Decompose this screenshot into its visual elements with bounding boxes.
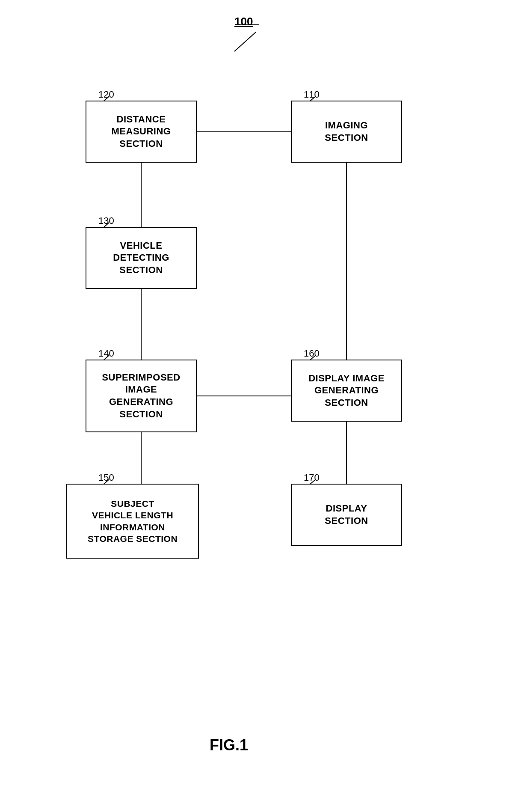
ref-140: 140: [98, 348, 114, 359]
block-140: SUPERIMPOSED IMAGE GENERATING SECTION: [86, 360, 197, 432]
block-150-label: SUBJECT VEHICLE LENGTH INFORMATION STORA…: [88, 498, 178, 544]
ref-120: 120: [98, 89, 114, 100]
ref-100: 100: [234, 15, 253, 28]
block-130-label: VEHICLE DETECTING SECTION: [113, 240, 169, 277]
block-110-label: IMAGING SECTION: [325, 119, 368, 144]
block-160: DISPLAY IMAGE GENERATING SECTION: [291, 360, 402, 422]
fig-label: FIG.1: [210, 736, 248, 754]
ref-110: 110: [304, 89, 320, 100]
block-140-label: SUPERIMPOSED IMAGE GENERATING SECTION: [102, 372, 180, 420]
diagram-container: 100 IMAGING SECTION 110 DISTANCE MEASURI…: [0, 0, 524, 812]
ref-150: 150: [98, 472, 114, 483]
block-150: SUBJECT VEHICLE LENGTH INFORMATION STORA…: [66, 484, 199, 559]
block-170-label: DISPLAY SECTION: [325, 503, 368, 527]
connector-lines: [0, 0, 524, 812]
block-160-label: DISPLAY IMAGE GENERATING SECTION: [308, 372, 385, 409]
svg-line-0: [234, 32, 256, 51]
ref-130: 130: [98, 215, 114, 226]
ref-170: 170: [304, 472, 320, 483]
block-120-label: DISTANCE MEASURING SECTION: [112, 113, 171, 150]
block-110: IMAGING SECTION: [291, 101, 402, 163]
ref-160: 160: [304, 348, 320, 359]
block-130: VEHICLE DETECTING SECTION: [86, 227, 197, 289]
block-170: DISPLAY SECTION: [291, 484, 402, 546]
block-120: DISTANCE MEASURING SECTION: [86, 101, 197, 163]
